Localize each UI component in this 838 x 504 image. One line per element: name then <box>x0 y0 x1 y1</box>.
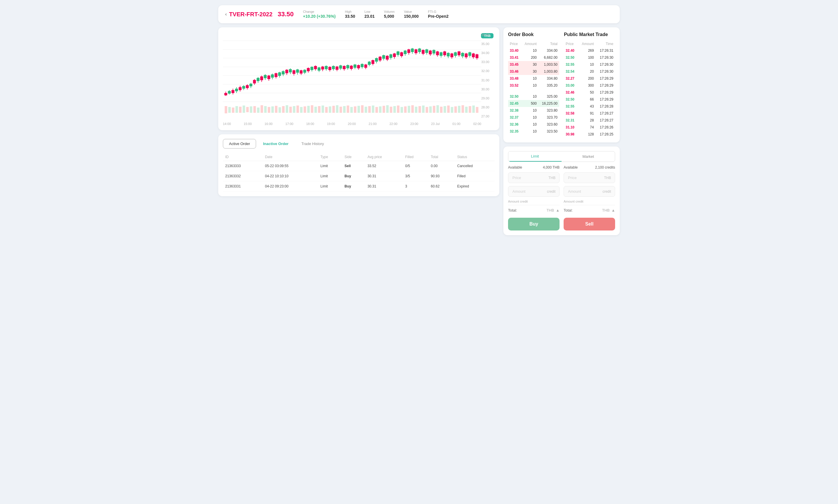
svg-rect-120 <box>296 70 299 73</box>
svg-rect-138 <box>328 67 331 70</box>
pmt-amount: 200 <box>578 75 596 82</box>
svg-rect-136 <box>325 66 328 69</box>
svg-rect-29 <box>300 107 303 113</box>
svg-rect-23 <box>278 107 281 113</box>
ticker-name: TVER-FRT-2022 <box>229 11 272 18</box>
buy-total-row: Total: THB ▲ <box>508 205 560 215</box>
pmt-price: 31.10 <box>564 124 578 131</box>
pmt-time: 17:26:30 <box>596 61 615 68</box>
svg-rect-168 <box>382 55 385 59</box>
price-axis: 36.00 35.00 34.00 33.00 32.00 31.00 30.0… <box>481 32 495 119</box>
market-tab[interactable]: Market <box>562 151 615 162</box>
col-status: Status <box>455 153 495 161</box>
svg-rect-214 <box>465 53 467 57</box>
svg-rect-184 <box>411 49 414 52</box>
pmt-table: Price Amount Time 32.40 269 17:26:31 32.… <box>564 41 615 138</box>
ob-sell-price: 33.48 <box>508 75 521 82</box>
order-status: Filled <box>455 171 495 181</box>
svg-rect-90 <box>242 86 245 89</box>
svg-rect-62 <box>418 106 421 113</box>
table-row: 21363332 04-22 10:10:10 Limit Buy 30.31 … <box>223 171 495 181</box>
svg-rect-60 <box>411 105 414 113</box>
svg-rect-196 <box>432 50 435 53</box>
sell-total-row: Total: THB ▲ <box>564 205 615 215</box>
ob-buy-price: 32.35 <box>508 128 521 135</box>
stat-value: Value 150,000 <box>404 10 419 19</box>
svg-rect-15 <box>250 106 253 113</box>
buy-total-label: Total: <box>508 208 517 213</box>
col-total: Total <box>429 153 455 161</box>
order-avgprice: 30.31 <box>365 171 403 181</box>
ob-sell-total: 6,682.00 <box>538 54 559 61</box>
ob-buy-total: 323.50 <box>538 128 559 135</box>
ob-pmt-card: Order Book Price Amount Total 33.40 10 3… <box>503 27 620 142</box>
orders-card: Active Order Inactive Order Trade Histor… <box>218 134 499 196</box>
svg-rect-178 <box>400 52 403 56</box>
svg-rect-152 <box>354 65 356 68</box>
svg-rect-108 <box>275 73 278 77</box>
ob-sell-price: 33.52 <box>508 82 521 89</box>
col-id: ID <box>223 153 263 161</box>
buy-button[interactable]: Buy <box>508 218 560 231</box>
ticker-back[interactable]: ‹ TVER-FRT-2022 33.50 <box>225 11 294 18</box>
pmt-amount: 10 <box>578 61 596 68</box>
pmt-price: 32.55 <box>564 103 578 110</box>
order-status: Cancelled <box>455 161 495 171</box>
pmt-price: 32.50 <box>564 96 578 103</box>
ob-buy-price: 32.37 <box>508 114 521 121</box>
order-tabs: Active Order Inactive Order Trade Histor… <box>223 139 495 148</box>
svg-rect-106 <box>271 74 274 78</box>
pmt-time: 17:26:25 <box>596 131 615 138</box>
header-card: ‹ TVER-FRT-2022 33.50 Change +10.20 (+30… <box>218 5 620 23</box>
svg-rect-75 <box>465 107 468 113</box>
svg-rect-128 <box>310 67 313 70</box>
ob-buy-price: 32.38 <box>508 107 521 114</box>
svg-rect-63 <box>422 106 425 113</box>
svg-rect-66 <box>433 106 435 113</box>
svg-rect-112 <box>282 71 285 74</box>
sell-available-value: 2,100 credits <box>595 165 615 169</box>
svg-rect-164 <box>375 58 378 61</box>
order-id: 21363332 <box>223 171 263 181</box>
buy-available-label: Available <box>508 165 522 169</box>
order-id: 21363331 <box>223 181 263 192</box>
svg-rect-150 <box>350 66 353 69</box>
svg-rect-220 <box>476 54 478 58</box>
svg-rect-172 <box>389 54 392 58</box>
limit-tab[interactable]: Limit <box>508 151 562 162</box>
order-status: Expired <box>455 181 495 192</box>
tab-active-order[interactable]: Active Order <box>223 139 256 148</box>
svg-rect-48 <box>369 106 371 113</box>
chart-card: THB <box>218 27 499 130</box>
svg-rect-37 <box>329 106 331 113</box>
stat-ftig: FTI-G Pre-Open2 <box>428 10 449 19</box>
svg-rect-140 <box>332 66 335 69</box>
svg-rect-38 <box>332 106 335 113</box>
buy-price-suffix: THB <box>548 176 555 180</box>
svg-rect-20 <box>268 107 270 113</box>
svg-rect-154 <box>357 65 360 68</box>
back-icon[interactable]: ‹ <box>225 12 227 17</box>
buy-price-row: THB <box>508 173 560 183</box>
pmt-price: 33.00 <box>564 82 578 89</box>
svg-rect-100 <box>260 76 263 80</box>
pmt-price: 32.46 <box>564 89 578 96</box>
svg-rect-82 <box>228 91 231 94</box>
pmt-time: 17:26:27 <box>596 110 615 117</box>
tab-trade-history[interactable]: Trade History <box>296 139 330 148</box>
sell-amount-suffix: credit <box>603 190 611 194</box>
svg-rect-158 <box>364 65 367 68</box>
pmt-amount: 66 <box>578 96 596 103</box>
svg-rect-44 <box>354 106 356 113</box>
sell-button[interactable]: Sell <box>564 218 615 231</box>
svg-rect-92 <box>246 85 249 88</box>
svg-rect-144 <box>339 66 342 69</box>
svg-rect-160 <box>368 61 371 65</box>
svg-rect-18 <box>261 105 263 113</box>
svg-rect-32 <box>311 105 313 113</box>
ob-sell-price: 33.45 <box>508 61 521 68</box>
svg-rect-200 <box>440 52 443 56</box>
svg-rect-198 <box>436 51 439 55</box>
tab-inactive-order[interactable]: Inactive Order <box>257 139 294 148</box>
svg-rect-132 <box>318 68 321 71</box>
